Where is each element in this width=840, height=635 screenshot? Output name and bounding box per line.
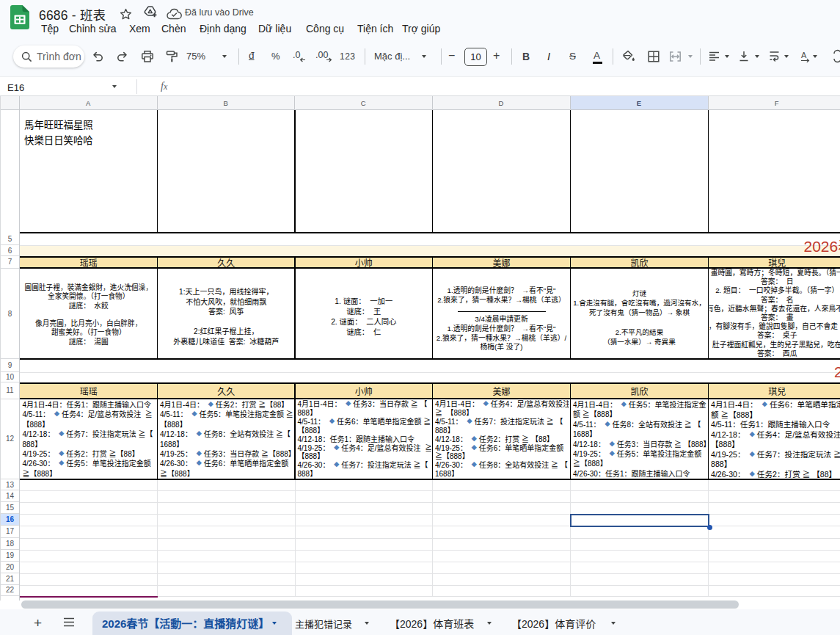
svg-text:A: A: [801, 51, 807, 59]
